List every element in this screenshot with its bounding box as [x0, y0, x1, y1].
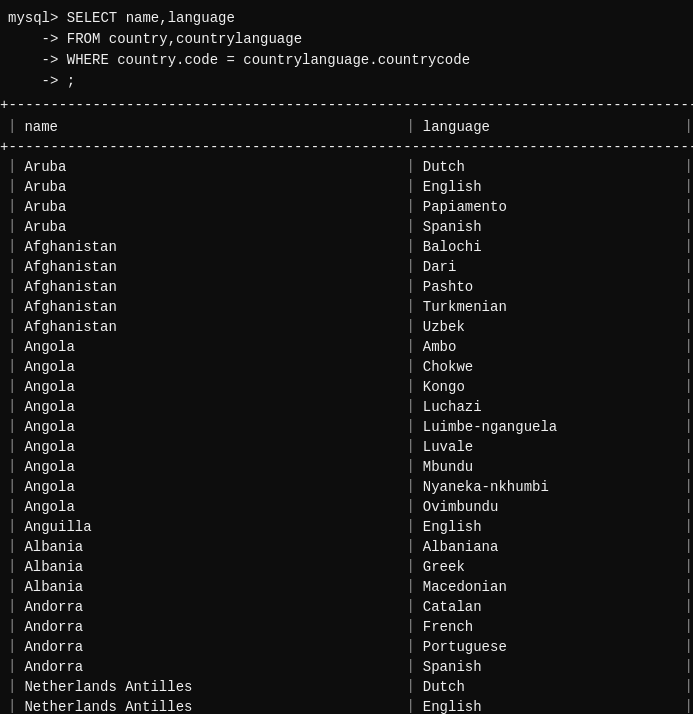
row-language: Dutch [415, 158, 685, 176]
row-language: English [415, 178, 685, 196]
row-name: Andorra [16, 638, 406, 656]
row-name: Angola [16, 338, 406, 356]
table-row: | Albania | Greek | [0, 557, 693, 577]
row-language: Ambo [415, 338, 685, 356]
row-name: Andorra [16, 618, 406, 636]
row-name: Aruba [16, 178, 406, 196]
row-language: Pashto [415, 278, 685, 296]
row-name: Albania [16, 538, 406, 556]
table-row: | Andorra | French | [0, 617, 693, 637]
row-name: Angola [16, 398, 406, 416]
row-name: Albania [16, 558, 406, 576]
row-name: Andorra [16, 598, 406, 616]
row-language: Luchazi [415, 398, 685, 416]
row-language: Catalan [415, 598, 685, 616]
row-language: Portuguese [415, 638, 685, 656]
row-language: Turkmenian [415, 298, 685, 316]
row-language: Uzbek [415, 318, 685, 336]
table-row: | Albania | Macedonian | [0, 577, 693, 597]
table-row: | Angola | Nyaneka-nkhumbi | [0, 477, 693, 497]
row-name: Angola [16, 418, 406, 436]
row-name: Anguilla [16, 518, 406, 536]
row-name: Albania [16, 578, 406, 596]
row-language: Balochi [415, 238, 685, 256]
row-language: Macedonian [415, 578, 685, 596]
table-row: | Angola | Luchazi | [0, 397, 693, 417]
row-name: Andorra [16, 658, 406, 676]
row-language: Luimbe-nganguela [415, 418, 685, 436]
name-column-header: name [16, 118, 406, 136]
query-line-3: -> WHERE country.code = countrylanguage.… [8, 50, 685, 71]
table-row: | Andorra | Spanish | [0, 657, 693, 677]
query-text-2: -> FROM country,countrylanguage [8, 29, 302, 50]
query-section: mysql> SELECT name,language -> FROM coun… [0, 4, 693, 96]
query-line-1: mysql> SELECT name,language [8, 8, 685, 29]
row-name: Netherlands Antilles [16, 678, 406, 696]
table-row: | Angola | Ambo | [0, 337, 693, 357]
table-row: | Andorra | Catalan | [0, 597, 693, 617]
row-language: Chokwe [415, 358, 685, 376]
row-language: Dari [415, 258, 685, 276]
row-name: Aruba [16, 198, 406, 216]
table-row: | Albania | Albaniana | [0, 537, 693, 557]
table-row: | Aruba | Spanish | [0, 217, 693, 237]
row-name: Afghanistan [16, 238, 406, 256]
table-row: | Afghanistan | Uzbek | [0, 317, 693, 337]
query-text-1: SELECT name,language [58, 8, 234, 29]
query-text-3: -> WHERE country.code = countrylanguage.… [8, 50, 470, 71]
row-language: Mbundu [415, 458, 685, 476]
results-table: +---------------------------------------… [0, 96, 693, 714]
language-column-header: language [415, 118, 685, 136]
table-row: | Anguilla | English | [0, 517, 693, 537]
table-row: | Andorra | Portuguese | [0, 637, 693, 657]
row-name: Afghanistan [16, 318, 406, 336]
table-row: | Afghanistan | Pashto | [0, 277, 693, 297]
row-language: English [415, 698, 685, 714]
row-language: Spanish [415, 218, 685, 236]
table-body: | Aruba | Dutch | | Aruba | English | | … [0, 157, 693, 714]
table-row: | Netherlands Antilles | English | [0, 697, 693, 714]
terminal-window: mysql> SELECT name,language -> FROM coun… [0, 0, 693, 714]
row-name: Angola [16, 498, 406, 516]
row-name: Afghanistan [16, 298, 406, 316]
mysql-prompt: mysql> [8, 8, 58, 29]
row-name: Netherlands Antilles [16, 698, 406, 714]
row-language: English [415, 518, 685, 536]
row-language: French [415, 618, 685, 636]
table-row: | Angola | Mbundu | [0, 457, 693, 477]
header-divider: +---------------------------------------… [0, 138, 693, 158]
row-name: Angola [16, 438, 406, 456]
row-name: Angola [16, 458, 406, 476]
row-language: Kongo [415, 378, 685, 396]
row-language: Nyaneka-nkhumbi [415, 478, 685, 496]
row-language: Spanish [415, 658, 685, 676]
query-line-4: -> ; [8, 71, 685, 92]
row-name: Afghanistan [16, 258, 406, 276]
table-row: | Angola | Ovimbundu | [0, 497, 693, 517]
table-row: | Angola | Luvale | [0, 437, 693, 457]
table-row: | Afghanistan | Balochi | [0, 237, 693, 257]
top-divider: +---------------------------------------… [0, 96, 693, 116]
row-name: Angola [16, 378, 406, 396]
table-row: | Afghanistan | Dari | [0, 257, 693, 277]
row-name: Aruba [16, 158, 406, 176]
query-text-4: -> ; [8, 71, 75, 92]
row-language: Luvale [415, 438, 685, 456]
table-row: | Afghanistan | Turkmenian | [0, 297, 693, 317]
row-language: Dutch [415, 678, 685, 696]
query-line-2: -> FROM country,countrylanguage [8, 29, 685, 50]
table-header-row: | name | language | [0, 116, 693, 138]
table-row: | Angola | Chokwe | [0, 357, 693, 377]
row-language: Greek [415, 558, 685, 576]
row-name: Angola [16, 358, 406, 376]
table-row: | Netherlands Antilles | Dutch | [0, 677, 693, 697]
table-row: | Angola | Luimbe-nganguela | [0, 417, 693, 437]
row-language: Albaniana [415, 538, 685, 556]
table-row: | Angola | Kongo | [0, 377, 693, 397]
row-name: Aruba [16, 218, 406, 236]
table-row: | Aruba | Dutch | [0, 157, 693, 177]
row-name: Afghanistan [16, 278, 406, 296]
row-language: Ovimbundu [415, 498, 685, 516]
table-row: | Aruba | English | [0, 177, 693, 197]
row-name: Angola [16, 478, 406, 496]
